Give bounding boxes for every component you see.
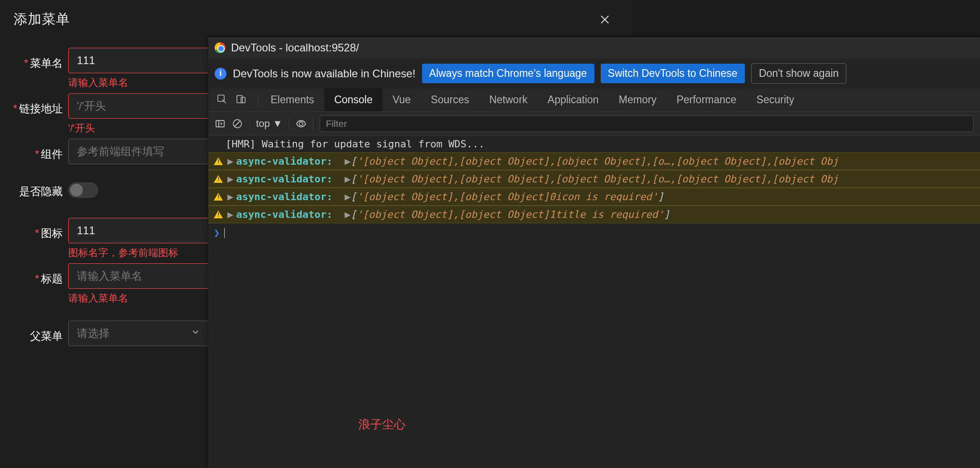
modal-header: 添加菜单 xyxy=(0,0,632,41)
devtools-title: DevTools - localhost:9528/ xyxy=(231,41,359,54)
tab-security[interactable]: Security xyxy=(746,88,804,111)
tab-performance[interactable]: Performance xyxy=(667,88,747,111)
console-filter-input[interactable] xyxy=(320,116,974,132)
label-hidden: 是否隐藏 xyxy=(5,176,68,199)
close-icon[interactable] xyxy=(596,10,614,29)
tab-elements[interactable]: Elements xyxy=(261,88,324,111)
toggle-knob xyxy=(70,184,83,196)
expand-icon[interactable]: ▶ xyxy=(227,173,233,185)
tab-application[interactable]: Application xyxy=(538,88,609,111)
prompt-arrow-icon: ❯ xyxy=(214,227,220,238)
svg-point-9 xyxy=(299,122,303,126)
log-warning-line[interactable]: ▶ async-validator: ▶ ['[object Object],[… xyxy=(208,170,980,188)
clear-console-icon[interactable] xyxy=(232,118,243,129)
warning-icon xyxy=(214,157,223,165)
dont-show-button[interactable]: Don't show again xyxy=(751,63,847,84)
label-menu-name: *菜单名 xyxy=(5,48,68,70)
live-expression-icon[interactable] xyxy=(296,118,307,129)
expand-icon[interactable]: ▶ xyxy=(227,209,233,220)
tab-memory[interactable]: Memory xyxy=(609,88,667,111)
infobar-message: DevTools is now available in Chinese! xyxy=(233,67,416,80)
parent-select[interactable]: 请选择 xyxy=(68,321,209,346)
input-caret xyxy=(224,228,225,238)
parent-select-placeholder: 请选择 xyxy=(77,326,110,341)
info-icon: i xyxy=(215,68,226,80)
label-title: *标题 xyxy=(5,263,68,286)
inspect-icon[interactable] xyxy=(216,94,227,106)
log-warning-line[interactable]: ▶ async-validator: ▶ ['[object Object],[… xyxy=(208,152,980,170)
svg-rect-4 xyxy=(241,97,245,103)
log-warning-line[interactable]: ▶ async-validator: ▶ ['[object Object],[… xyxy=(208,188,980,206)
warning-icon xyxy=(214,175,223,183)
expand-icon[interactable]: ▶ xyxy=(227,156,233,167)
svg-rect-3 xyxy=(237,96,242,103)
console-log: [HMR] Waiting for update signal from WDS… xyxy=(208,136,980,468)
expand-icon[interactable]: ▶ xyxy=(345,191,351,202)
tab-sources[interactable]: Sources xyxy=(421,88,479,111)
warning-icon xyxy=(214,211,223,218)
console-toolbar: top ▼ xyxy=(208,112,980,136)
chevron-down-icon xyxy=(191,327,201,340)
modal-title: 添加菜单 xyxy=(14,10,70,29)
devtools-infobar: i DevTools is now available in Chinese! … xyxy=(208,59,980,88)
devtools-tabs: Elements Console Vue Sources Network App… xyxy=(208,88,980,112)
switch-language-button[interactable]: Switch DevTools to Chinese xyxy=(601,64,745,83)
label-component: *组件 xyxy=(5,139,68,161)
console-prompt[interactable]: ❯ xyxy=(208,223,980,242)
context-selector[interactable]: top ▼ xyxy=(256,118,282,130)
label-icon: *图标 xyxy=(5,218,68,241)
log-warning-line[interactable]: ▶ async-validator: ▶ ['[object Object],[… xyxy=(208,206,980,223)
warning-icon xyxy=(214,193,223,201)
tab-network[interactable]: Network xyxy=(479,88,538,111)
match-language-button[interactable]: Always match Chrome's language xyxy=(422,64,594,83)
svg-rect-5 xyxy=(216,121,224,127)
log-hmr-line: [HMR] Waiting for update signal from WDS… xyxy=(208,136,980,152)
caret-down-icon: ▼ xyxy=(273,118,283,130)
device-toggle-icon[interactable] xyxy=(236,94,246,106)
tab-console[interactable]: Console xyxy=(324,88,382,111)
svg-line-8 xyxy=(235,121,240,126)
expand-icon[interactable]: ▶ xyxy=(345,173,351,185)
hidden-toggle[interactable] xyxy=(68,182,98,198)
expand-icon[interactable]: ▶ xyxy=(345,156,351,167)
expand-icon[interactable]: ▶ xyxy=(345,209,351,220)
devtools-titlebar: DevTools - localhost:9528/ xyxy=(208,37,980,59)
expand-icon[interactable]: ▶ xyxy=(227,191,233,202)
console-sidebar-toggle-icon[interactable] xyxy=(215,118,226,129)
tab-vue[interactable]: Vue xyxy=(382,88,421,111)
label-link: *链接地址 xyxy=(5,93,68,116)
devtools-window: DevTools - localhost:9528/ i DevTools is… xyxy=(208,36,980,468)
label-parent: 父菜单 xyxy=(5,321,68,343)
chrome-icon xyxy=(215,42,226,53)
